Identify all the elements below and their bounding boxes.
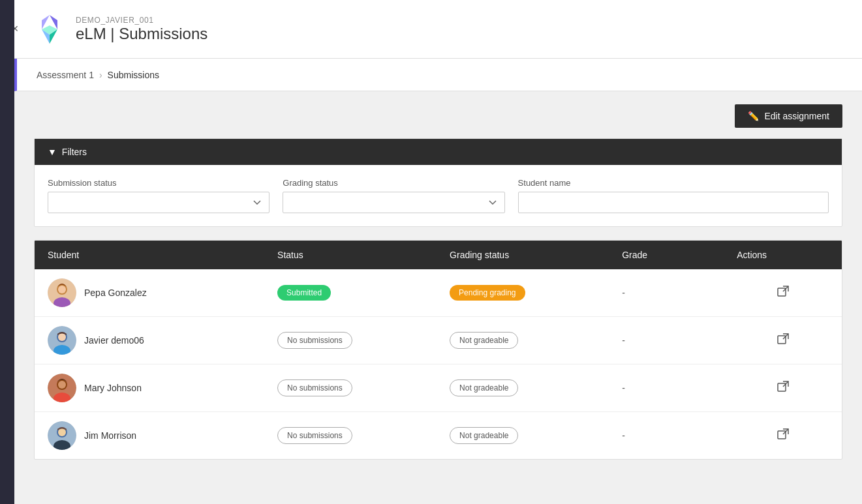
student-name: Jim Morrison xyxy=(84,430,136,441)
open-external-icon[interactable] xyxy=(777,380,790,396)
student-name: Mary Johnson xyxy=(84,383,142,393)
avatar xyxy=(48,326,76,355)
student-cell: Pepa Gonzalez xyxy=(48,278,277,307)
col-actions: Actions xyxy=(737,250,829,260)
edit-assignment-button[interactable]: ✏️ Edit assignment xyxy=(735,104,842,128)
col-grade: Grade xyxy=(622,250,737,260)
avatar xyxy=(48,374,76,402)
filters-header[interactable]: ▼ Filters xyxy=(35,139,842,165)
filters-title: Filters xyxy=(62,147,87,157)
content-wrapper: ✏️ Edit assignment ▼ Filters Submission … xyxy=(14,91,862,473)
grade-cell: - xyxy=(622,383,737,393)
grading-status-badge: Not gradeable xyxy=(450,427,518,444)
status-cell: No submissions xyxy=(277,427,450,444)
breadcrumb-current: Submissions xyxy=(108,70,159,80)
grading-status-label: Grading status xyxy=(283,178,504,188)
header-title-area: DEMO_JAVIER_001 eLM | Submissions xyxy=(76,16,208,43)
table-header: Student Status Grading status Grade Acti… xyxy=(35,241,842,269)
open-external-icon[interactable] xyxy=(777,428,790,444)
grading-status-badge: Not gradeable xyxy=(450,332,518,349)
student-cell: Jim Morrison xyxy=(48,421,277,450)
student-cell: Javier demo06 xyxy=(48,326,277,355)
filters-body: Submission status Submitted No submissio… xyxy=(35,165,842,226)
status-badge: No submissions xyxy=(277,332,352,349)
grade-cell: - xyxy=(622,430,737,441)
open-external-icon[interactable] xyxy=(777,285,790,301)
actions-cell xyxy=(737,380,829,396)
submissions-table: Student Status Grading status Grade Acti… xyxy=(34,240,842,460)
col-status: Status xyxy=(277,250,450,260)
submission-status-filter: Submission status Submitted No submissio… xyxy=(48,178,269,213)
breadcrumb-parent[interactable]: Assessment 1 xyxy=(37,70,94,80)
student-name-filter: Student name xyxy=(518,178,829,213)
breadcrumb-separator: › xyxy=(99,70,102,80)
table-row: Pepa Gonzalez Submitted Pending grading … xyxy=(35,269,842,317)
main-content: Assessment 1 › Submissions ✏️ Edit assig… xyxy=(14,59,862,473)
student-name: Pepa Gonzalez xyxy=(84,288,147,298)
grading-cell: Not gradeable xyxy=(450,427,622,444)
avatar xyxy=(48,421,76,450)
student-name: Javier demo06 xyxy=(84,335,144,346)
table-row: Jim Morrison No submissions Not gradeabl… xyxy=(35,412,842,459)
table-row: Mary Johnson No submissions Not gradeabl… xyxy=(35,364,842,412)
svg-point-20 xyxy=(58,381,66,389)
student-name-input[interactable] xyxy=(518,192,829,213)
breadcrumb: Assessment 1 › Submissions xyxy=(14,59,862,91)
pencil-icon: ✏️ xyxy=(748,111,759,121)
submission-status-label: Submission status xyxy=(48,178,269,188)
grading-status-badge: Pending grading xyxy=(450,285,525,301)
table-row: Javier demo06 No submissions Not gradeab… xyxy=(35,317,842,364)
status-badge: Submitted xyxy=(277,285,331,301)
filter-toggle-icon: ▼ xyxy=(48,147,57,157)
grading-status-select[interactable]: Pending grading Not gradeable xyxy=(283,192,504,213)
app-title: eLM | Submissions xyxy=(76,25,208,43)
submission-status-select[interactable]: Submitted No submissions xyxy=(48,192,269,213)
actions-cell xyxy=(737,333,829,349)
svg-point-14 xyxy=(58,333,66,341)
table-body: Pepa Gonzalez Submitted Pending grading … xyxy=(35,269,842,459)
status-cell: No submissions xyxy=(277,332,450,349)
demo-label: DEMO_JAVIER_001 xyxy=(76,16,208,25)
avatar xyxy=(48,278,76,307)
student-cell: Mary Johnson xyxy=(48,374,277,402)
top-header: × DEMO_JAVIER_001 eLM | Submissions xyxy=(0,0,862,59)
app-logo xyxy=(33,12,67,46)
grading-cell: Pending grading xyxy=(450,285,622,301)
actions-cell xyxy=(737,428,829,444)
grading-cell: Not gradeable xyxy=(450,379,622,396)
grading-status-filter: Grading status Pending grading Not grade… xyxy=(283,178,504,213)
status-cell: Submitted xyxy=(277,285,450,301)
svg-point-8 xyxy=(58,286,66,293)
logo-area: DEMO_JAVIER_001 eLM | Submissions xyxy=(33,12,208,46)
status-badge: No submissions xyxy=(277,379,352,396)
open-external-icon[interactable] xyxy=(777,333,790,349)
status-badge: No submissions xyxy=(277,427,352,444)
actions-cell xyxy=(737,285,829,301)
grade-cell: - xyxy=(622,335,737,346)
col-student: Student xyxy=(48,250,277,260)
toolbar: ✏️ Edit assignment xyxy=(34,104,842,128)
filters-section: ▼ Filters Submission status Submitted No… xyxy=(34,138,842,227)
grading-status-badge: Not gradeable xyxy=(450,379,518,396)
student-name-label: Student name xyxy=(518,178,829,188)
sidebar xyxy=(0,0,14,473)
grade-cell: - xyxy=(622,288,737,298)
col-grading-status: Grading status xyxy=(450,250,622,260)
grading-cell: Not gradeable xyxy=(450,332,622,349)
svg-point-26 xyxy=(58,428,66,436)
status-cell: No submissions xyxy=(277,379,450,396)
